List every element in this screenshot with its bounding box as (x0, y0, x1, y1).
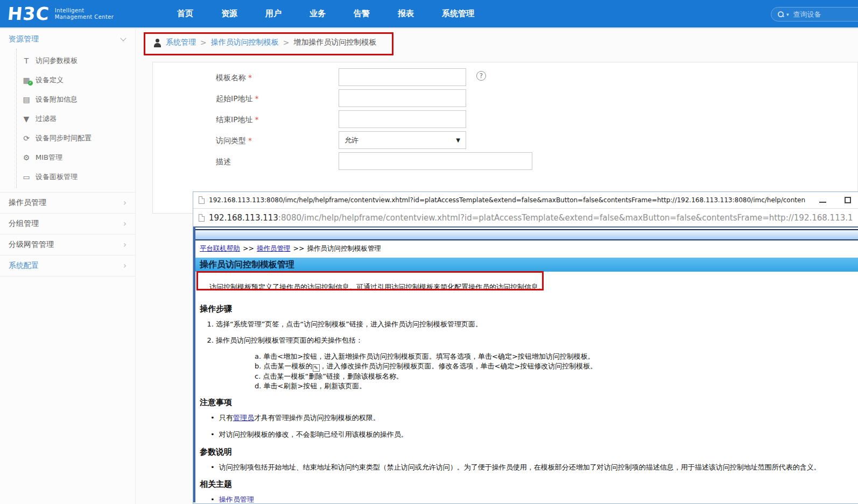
field-label: 起始IP地址* (216, 94, 259, 104)
sidebar-group-resource-management[interactable]: 资源管理 (0, 30, 135, 49)
help-breadcrumb-current: 操作员访问控制模板管理 (307, 244, 381, 252)
help-breadcrumb-separator: >> (243, 244, 254, 252)
sidebar-item[interactable]: ▭设备面板管理 (0, 167, 135, 187)
select-value: 允许 (344, 136, 358, 145)
form-rows: 模板名称*?起始IP地址*结束IP地址*访问类型*允许▼描述 (153, 62, 857, 173)
help-related-list: 操作员管理在线操作员管理修改操作员密码密码控制策略 (210, 495, 854, 502)
help-steps-heading: 操作步骤 (200, 304, 854, 314)
substep-prefix: c. (255, 372, 263, 380)
breadcrumb-link[interactable]: 系统管理 (166, 38, 196, 47)
sidebar-section-label: 分组管理 (9, 219, 39, 229)
template-icon: T (22, 56, 31, 65)
chevron-right-icon: › (123, 219, 126, 229)
required-asterisk: * (255, 94, 259, 103)
device-definition-icon: ▦✓ (22, 76, 31, 84)
popup-address-bar[interactable]: 192.168.113.113:8080/imc/help/helpframe/… (193, 209, 858, 228)
minimize-button[interactable] (819, 202, 826, 203)
help-breadcrumb-separator: >> (293, 244, 304, 252)
search-icon (778, 11, 784, 18)
nav-item-用户[interactable]: 用户 (251, 9, 296, 19)
sidebar-tree: T访问参数模板▦✓设备定义▤设备附加信息▼过滤器⟳设备同步时间配置⚙MIB管理▭… (0, 49, 135, 192)
required-asterisk: * (255, 115, 259, 124)
sidebar-section[interactable]: 分组管理› (0, 214, 135, 235)
help-params-heading: 参数说明 (200, 447, 854, 457)
administrator-link[interactable]: 管理员 (233, 414, 254, 422)
device-search-box[interactable]: ▾ 查询设备 (771, 7, 858, 22)
substep-prefix: b. (255, 362, 264, 370)
help-breadcrumb: 平台联机帮助>>操作员管理>>操作员访问控制模板管理 (195, 240, 858, 256)
field-label: 结束IP地址* (216, 115, 259, 125)
maximize-button[interactable] (845, 197, 851, 203)
sidebar-section[interactable]: 操作员管理› (0, 193, 135, 214)
substep-text: ，进入修改操作员访问控制模板页面。修改各选项，单击<确定>按钮修改访问控制模板。 (320, 362, 597, 370)
breadcrumb-separator: > (283, 38, 290, 47)
form-row: 访问类型*允许▼ (153, 131, 857, 152)
related-topic: 操作员管理 (210, 495, 854, 502)
related-topic-link[interactable]: 操作员管理 (219, 495, 254, 502)
help-page-title: 操作员访问控制模板管理 (195, 258, 858, 272)
top-nav-bar: H3C Intelligent Management Center 首页资源用户… (0, 0, 858, 29)
chevron-down-icon: ▾ (786, 12, 789, 17)
描述-input[interactable] (339, 152, 532, 170)
nav-item-资源[interactable]: 资源 (207, 9, 251, 19)
wrench-icon: ⚙ (22, 153, 31, 162)
filter-icon: ▼ (22, 115, 31, 123)
help-step: 选择“系统管理”页签，点击“访问控制模板”链接，进入操作员访问控制模板管理页面。 (216, 320, 854, 329)
nav-item-告警[interactable]: 告警 (340, 9, 384, 19)
popup-title-bar[interactable]: 192.168.113.113:8080/imc/help/helpframe/… (193, 192, 858, 209)
note-text: 才具有管理操作员访问控制模板的权限。 (254, 414, 380, 422)
sync-icon: ⟳ (22, 134, 31, 143)
form-row: 模板名称*? (153, 68, 857, 89)
brand-logo: H3C Intelligent Management Center (8, 3, 114, 24)
sidebar: 资源管理 T访问参数模板▦✓设备定义▤设备附加信息▼过滤器⟳设备同步时间配置⚙M… (0, 30, 136, 504)
access-type-select[interactable]: 允许▼ (339, 131, 466, 149)
address-url: 192.168.113.113:8080/imc/help/helpframe/… (209, 213, 853, 223)
search-placeholder: 查询设备 (793, 10, 821, 19)
help-intro-text: 访问控制模板预定义了操作员的访问控制信息。可通过引用访问控制模板来简化配置操作员… (199, 279, 854, 297)
结束IP地址-input[interactable] (339, 110, 466, 128)
chevron-down-icon (120, 35, 126, 41)
help-content-frame: 平台联机帮助>>操作员管理>>操作员访问控制模板管理 操作员访问控制模板管理 访… (193, 228, 858, 502)
sidebar-item[interactable]: ▤设备附加信息 (0, 90, 135, 109)
help-notes-heading: 注意事项 (200, 397, 854, 408)
breadcrumb-link[interactable]: 操作员访问控制模板 (211, 38, 279, 47)
sidebar-section-label: 分级网管管理 (9, 240, 54, 250)
form-row: 起始IP地址* (153, 89, 857, 110)
substep-prefix: a. (255, 352, 263, 360)
field-label: 模板名称* (216, 73, 252, 83)
sidebar-item[interactable]: ▼过滤器 (0, 109, 135, 129)
sidebar-section-label: 系统配置 (9, 261, 39, 271)
help-question-icon[interactable]: ? (476, 71, 486, 81)
nav-item-首页[interactable]: 首页 (163, 9, 207, 19)
nav-item-报表[interactable]: 报表 (384, 9, 428, 19)
help-breadcrumb-link[interactable]: 平台联机帮助 (200, 244, 240, 252)
模板名称-input[interactable] (339, 68, 466, 86)
sidebar-section[interactable]: 分级网管管理› (0, 235, 135, 255)
check-badge-icon: ✓ (28, 81, 33, 86)
help-substep: c. 点击某一模板“删除”链接，删除该模板名称。 (255, 372, 854, 381)
operator-icon (153, 39, 161, 47)
sidebar-item[interactable]: ⟳设备同步时间配置 (0, 129, 135, 148)
breadcrumb-current: 增加操作员访问控制模板 (293, 38, 376, 47)
help-popup-window: 192.168.113.113:8080/imc/help/helpframe/… (193, 191, 858, 504)
help-content: 访问控制模板预定义了操作员的访问控制信息。可通过引用访问控制模板来简化配置操作员… (195, 272, 858, 502)
sidebar-item[interactable]: ⚙MIB管理 (0, 148, 135, 167)
popup-title-url: 192.168.113.113:8080/imc/help/helpframe/… (209, 196, 805, 204)
help-step: 操作员访问控制模板管理页面的相关操作包括： (216, 336, 854, 345)
help-note: 只有管理员才具有管理操作员访问控制模板的权限。 (210, 413, 854, 423)
help-breadcrumb-link[interactable]: 操作员管理 (257, 244, 291, 252)
nav-item-系统管理[interactable]: 系统管理 (428, 9, 488, 19)
nav-item-业务[interactable]: 业务 (296, 9, 340, 19)
help-param: 访问控制项包括开始地址、结束地址和访问约束类型（禁止访问或允许访问）。为了便于操… (210, 463, 854, 472)
sidebar-item[interactable]: ▦✓设备定义 (0, 70, 135, 90)
chevron-right-icon: › (123, 240, 126, 250)
page-icon (199, 214, 205, 222)
sidebar-item[interactable]: T访问参数模板 (0, 51, 135, 70)
起始IP地址-input[interactable] (339, 89, 466, 107)
help-substep: a. 单击<增加>按钮，进入新增操作员访问控制模板页面。填写各选项，单击<确定>… (255, 352, 854, 361)
form-row: 结束IP地址* (153, 110, 857, 131)
help-related-heading: 相关主题 (200, 479, 854, 489)
brand-subtitle: Intelligent Management Center (55, 8, 114, 20)
sidebar-section[interactable]: 系统配置› (0, 255, 135, 276)
sidebar-group-title: 资源管理 (9, 34, 39, 44)
